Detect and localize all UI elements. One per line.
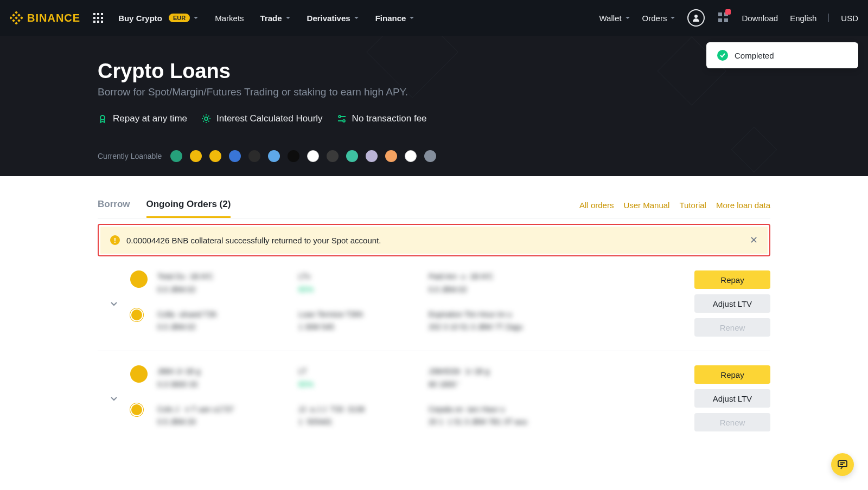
info-icon: ! xyxy=(110,235,120,245)
svg-rect-7 xyxy=(12,19,15,22)
nav-trade[interactable]: Trade xyxy=(260,14,291,23)
expand-toggle[interactable] xyxy=(98,270,130,337)
coin-icon[interactable] xyxy=(268,150,280,162)
blurred-data: JJ a J J T33 3138 1 5054d1 xyxy=(298,403,429,429)
feature-repay: Repay at any time xyxy=(98,113,187,124)
coin-icon[interactable] xyxy=(229,150,241,162)
order-actions: Repay Adjust LTV Renew xyxy=(694,365,770,431)
tab-ongoing-orders[interactable]: Ongoing Orders (2) xyxy=(146,192,231,218)
nav-markets[interactable]: Markets xyxy=(215,14,244,23)
chevron-down-icon xyxy=(109,299,119,308)
nav-download[interactable]: Download xyxy=(742,14,778,23)
repay-button[interactable]: Repay xyxy=(694,365,770,384)
asset-icon xyxy=(130,365,148,383)
coin-icon[interactable] xyxy=(209,150,221,162)
coin-icon[interactable] xyxy=(424,150,436,162)
renew-button[interactable]: Renew xyxy=(694,318,770,337)
svg-point-24 xyxy=(205,117,208,120)
apps-grid-icon[interactable] xyxy=(93,13,103,23)
svg-rect-22 xyxy=(724,18,728,22)
loanable-row: Currently Loanable xyxy=(98,150,770,162)
link-more-loan-data[interactable]: More loan data xyxy=(716,201,770,210)
sub-asset-icon xyxy=(130,308,143,321)
nav-derivatives[interactable]: Derivatives xyxy=(307,14,359,23)
coin-icon[interactable] xyxy=(366,150,378,162)
coin-icon[interactable] xyxy=(405,150,417,162)
alert-banner: ! 0.00004426 BNB collateral successfully… xyxy=(100,227,768,254)
chevron-down-icon xyxy=(285,15,291,21)
coin-icon[interactable] xyxy=(346,150,358,162)
coin-icon[interactable] xyxy=(385,150,397,162)
renew-button[interactable]: Renew xyxy=(694,413,770,431)
coin-icon[interactable] xyxy=(307,150,319,162)
close-icon[interactable]: ✕ xyxy=(750,234,758,246)
repay-button[interactable]: Repay xyxy=(694,270,770,289)
svg-rect-17 xyxy=(101,21,103,23)
page-subtitle: Borrow for Spot/Margin/Futures Trading o… xyxy=(98,86,770,98)
nav-finance[interactable]: Finance xyxy=(375,14,415,23)
notifications[interactable] xyxy=(717,10,730,25)
brand-text: BINANCE xyxy=(27,12,80,24)
svg-rect-4 xyxy=(15,16,18,20)
tabs-row: Borrow Ongoing Orders (2) All orders Use… xyxy=(98,192,770,218)
coin-icon[interactable] xyxy=(170,150,182,162)
svg-point-26 xyxy=(343,120,345,122)
expand-toggle[interactable] xyxy=(98,365,130,431)
link-all-orders[interactable]: All orders xyxy=(579,201,614,210)
svg-point-18 xyxy=(694,15,698,18)
nav-orders[interactable]: Orders xyxy=(642,14,676,23)
toast-completed: Completed xyxy=(706,42,858,68)
links: All orders User Manual Tutorial More loa… xyxy=(579,201,770,210)
coin-icon[interactable] xyxy=(288,150,299,162)
tab-borrow[interactable]: Borrow xyxy=(98,192,130,218)
adjust-ltv-button[interactable]: Adjust LTV xyxy=(694,294,770,313)
nav-wallet[interactable]: Wallet xyxy=(599,14,630,23)
blurred-data: Colla ulnaed T3h 0.0 JBM.02 xyxy=(157,308,298,334)
svg-rect-8 xyxy=(17,19,21,22)
svg-rect-1 xyxy=(15,22,18,24)
eur-pill: EUR xyxy=(169,14,190,22)
divider xyxy=(828,14,829,22)
toast-text: Completed xyxy=(735,51,774,60)
blurred-data: Colo J n T uan u1737 0.5 JBM.33 xyxy=(157,403,298,429)
avatar[interactable] xyxy=(687,9,705,27)
link-user-manual[interactable]: User Manual xyxy=(623,201,669,210)
feature-no-fee: No transaction fee xyxy=(337,113,427,124)
svg-rect-10 xyxy=(97,13,99,15)
nav-currency[interactable]: USD xyxy=(841,14,858,23)
svg-point-25 xyxy=(339,115,341,118)
alert-highlight: ! 0.00004426 BNB collateral successfully… xyxy=(98,224,770,256)
blurred-data: LT 65% xyxy=(298,365,429,391)
order-actions: Repay Adjust LTV Renew xyxy=(694,270,770,337)
svg-rect-15 xyxy=(93,21,95,23)
alert-text: 0.00004426 BNB collateral successfully r… xyxy=(126,236,381,245)
blurred-data: Expiration Tim Hour im u 202 3 10 51 3 J… xyxy=(429,308,635,334)
link-tutorial[interactable]: Tutorial xyxy=(679,201,706,210)
gear-icon xyxy=(201,114,211,124)
nav-buy-crypto[interactable]: Buy Crypto EUR xyxy=(118,14,199,23)
notification-badge xyxy=(725,9,731,15)
blurred-data: Loan Termice T3hh 1 30M 545 xyxy=(298,308,429,334)
content: Borrow Ongoing Orders (2) All orders Use… xyxy=(98,176,770,446)
svg-rect-16 xyxy=(97,21,99,23)
hero: Completed Crypto Loans Borrow for Spot/M… xyxy=(0,36,868,176)
svg-rect-3 xyxy=(20,16,23,20)
adjust-ltv-button[interactable]: Adjust LTV xyxy=(694,389,770,408)
svg-point-23 xyxy=(100,115,105,120)
settings-icon xyxy=(337,114,347,124)
logo[interactable]: BINANCE xyxy=(10,11,80,24)
nav-language[interactable]: English xyxy=(790,14,816,23)
coin-icon[interactable] xyxy=(190,150,202,162)
blurred-data: J88rt Jr 1B g 0.3 3800 33 xyxy=(157,365,298,391)
person-icon xyxy=(692,14,700,22)
coin-icon[interactable] xyxy=(248,150,260,162)
chevron-down-icon xyxy=(193,15,199,21)
svg-rect-19 xyxy=(718,12,722,16)
coin-icon[interactable] xyxy=(327,150,339,162)
check-icon xyxy=(717,50,728,61)
chevron-down-icon xyxy=(109,394,119,403)
svg-rect-2 xyxy=(10,16,12,20)
svg-rect-21 xyxy=(718,18,722,22)
blurred-data: LTv 65% xyxy=(298,270,429,296)
chevron-down-icon xyxy=(354,15,359,21)
